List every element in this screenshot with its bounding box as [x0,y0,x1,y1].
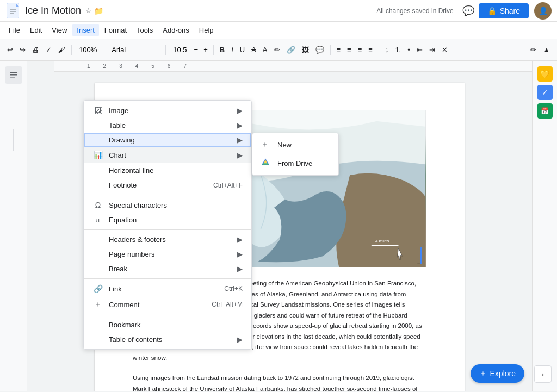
undo-button[interactable]: ↩ [4,43,16,56]
bold-button[interactable]: B [217,43,227,56]
font-name-selector[interactable]: Arial [108,44,162,55]
share-button[interactable]: 🔒 Share [479,3,529,18]
explore-icon: ＋ [479,369,487,378]
spellcheck-button[interactable]: ✓ [43,43,54,56]
menu-item-headers[interactable]: Headers & footers ▶ [84,232,251,247]
footnote-label: Footnote [109,181,213,189]
equation-label: Equation [109,216,243,224]
ruler-mark: 6 [168,63,171,69]
line-spacing-button[interactable]: ↕ [382,43,392,56]
menu-item-break[interactable]: Break ▶ [84,262,251,276]
link-toolbar-button[interactable]: 🔗 [284,43,298,56]
left-sidebar [0,61,27,391]
menu-item-table[interactable]: Table ▶ [84,118,251,133]
menu-help[interactable]: Help [195,24,218,36]
menu-format[interactable]: Format [100,24,131,36]
toolbar-separator-4 [213,45,214,55]
indent-decrease-button[interactable]: ⇤ [414,43,425,56]
unordered-list-button[interactable]: • [405,43,413,56]
right-sidebar: 💛 ✓ 📅 [532,61,557,391]
menu-item-equation[interactable]: π Equation [84,213,251,227]
avatar[interactable]: 👤 [534,2,552,20]
font-size-up-icon[interactable]: + [201,45,210,55]
toolbar-expand-button[interactable]: ▲ [540,43,553,56]
special-chars-icon: Ω [92,201,103,209]
menu-item-comment[interactable]: ＋ Comment Ctrl+Alt+M [84,296,251,313]
print-button[interactable]: 🖨 [29,43,42,56]
menu-insert[interactable]: Insert [72,24,99,36]
align-center-button[interactable]: ≡ [344,43,354,56]
from-drive-label: From Drive [277,159,312,167]
headers-label: Headers & footers [109,235,237,244]
folder-icon[interactable]: 📁 [94,7,103,15]
color-button[interactable]: A [260,43,270,56]
page-markers [13,129,14,151]
menu-item-page-numbers[interactable]: Page numbers ▶ [84,247,251,262]
comment-label: Comment [109,301,212,309]
paint-format-button[interactable]: 🖌 [55,43,68,56]
outline-icon[interactable] [5,66,22,84]
drawing-menu-label: Drawing [109,136,237,144]
italic-button[interactable]: I [228,43,236,56]
comment-shortcut: Ctrl+Alt+M [212,301,243,308]
justify-button[interactable]: ≡ [366,43,375,56]
indent-increase-button[interactable]: ⇥ [426,43,438,56]
toc-arrow-icon: ▶ [237,335,243,344]
main-area: 1 2 3 4 5 6 7 [0,61,557,391]
menu-addons[interactable]: Add-ons [158,24,193,36]
align-left-button[interactable]: ≡ [334,43,344,56]
menu-tools[interactable]: Tools [132,24,157,36]
explore-button[interactable]: ＋ Explore [471,364,524,383]
image-menu-icon: 🖼 [92,106,103,115]
submenu-new[interactable]: ＋ New [252,135,338,154]
insert-menu-overlay: 🖼 Image ▶ Table ▶ Drawing ▶ 📊 Chart ▶ [83,100,252,350]
font-size-down-icon[interactable]: − [192,45,201,55]
clear-formatting-button[interactable]: ✕ [439,43,450,56]
edit-mode-button[interactable]: ✏ [528,43,539,56]
doc-icon [5,2,21,20]
submenu-from-drive[interactable]: From Drive [252,154,338,173]
strikethrough-button[interactable]: A [249,43,259,56]
svg-rect-5 [10,72,17,73]
break-label: Break [109,265,237,273]
calendar-icon[interactable]: 📅 [537,103,553,119]
comment-button[interactable]: 💬 [462,5,474,17]
menu-item-special-chars[interactable]: Ω Special characters [84,197,251,213]
all-changes-saved: All changes saved in Drive [376,7,453,15]
menu-item-footnote[interactable]: Footnote Ctrl+Alt+F [84,178,251,192]
drive-icon [261,158,272,169]
image-arrow-icon: ▶ [237,107,243,115]
keep-icon[interactable]: 💛 [537,66,553,82]
underline-button[interactable]: U [237,43,247,56]
font-size-selector[interactable]: 10.5 [169,44,190,55]
menu-item-bookmark[interactable]: Bookmark [84,318,251,332]
menu-item-toc[interactable]: Table of contents ▶ [84,332,251,347]
sidebar-expand-button[interactable]: › [534,365,552,383]
doc-paragraph-2[interactable]: Using images from the Landsat mission da… [133,373,426,391]
svg-rect-6 [10,74,17,76]
chart-menu-icon: 📊 [92,151,103,159]
ruler-mark: 7 [183,63,187,69]
ordered-list-button[interactable]: 1. [392,43,404,56]
star-icon[interactable]: ☆ [85,7,92,15]
horizontal-line-label: Horizontal line [109,166,243,175]
menu-view[interactable]: View [47,24,71,36]
menu-item-chart[interactable]: 📊 Chart ▶ [84,147,251,163]
zoom-selector[interactable]: 100% [75,44,101,55]
menu-item-horizontal-line[interactable]: — Horizontal line [84,163,251,178]
menu-item-link[interactable]: 🔗 Link Ctrl+K [84,281,251,296]
menu-file[interactable]: File [4,24,24,36]
headers-arrow-icon: ▶ [237,235,243,244]
page-line [13,129,14,151]
tasks-icon[interactable]: ✓ [537,85,553,100]
image-toolbar-button[interactable]: 🖼 [299,43,312,56]
new-drawing-icon: ＋ [261,140,272,150]
menu-item-drawing[interactable]: Drawing ▶ [84,133,251,147]
page-numbers-label: Page numbers [109,250,237,258]
redo-button[interactable]: ↪ [17,43,28,56]
menu-edit[interactable]: Edit [26,24,46,36]
align-right-button[interactable]: ≡ [355,43,365,56]
menu-item-image[interactable]: 🖼 Image ▶ [84,103,251,118]
comment-toolbar-button[interactable]: 💬 [313,43,327,56]
highlight-button[interactable]: ✏ [271,43,283,56]
